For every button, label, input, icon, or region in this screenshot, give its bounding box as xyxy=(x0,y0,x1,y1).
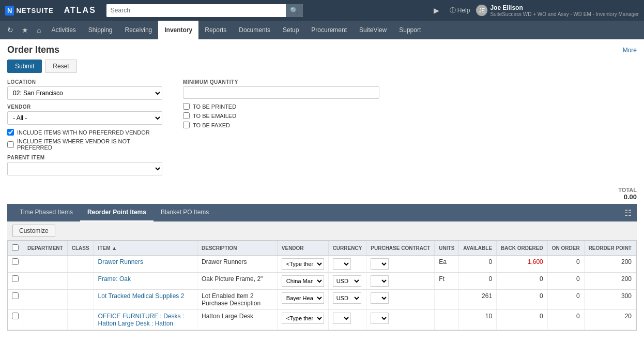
row-units xyxy=(435,310,459,330)
form-section: LOCATION 02: San Francisco VENDOR - All … xyxy=(7,79,637,180)
tabs-left: Time Phased Items Reorder Point Items Bl… xyxy=(12,204,216,221)
row-contract-select[interactable] xyxy=(371,275,389,287)
row-purchase-contract xyxy=(366,256,435,273)
row-available: 0 xyxy=(459,256,497,273)
row-checkbox[interactable] xyxy=(12,313,19,319)
item-link[interactable]: Lot Tracked Medical Supplies 2 xyxy=(98,292,185,300)
row-checkbox[interactable] xyxy=(12,258,19,265)
ns-logo-text: NETSUITE xyxy=(16,7,53,14)
row-purchase-contract xyxy=(366,273,435,290)
user-menu[interactable]: JE Joe Ellison SuiteSuccess WD + WO and … xyxy=(476,4,639,17)
row-checkbox-cell xyxy=(8,256,23,273)
tab-reorder-point[interactable]: Reorder Point Items xyxy=(80,204,154,221)
submit-button[interactable]: Submit xyxy=(7,60,42,73)
row-currency xyxy=(328,256,366,273)
vendor-select[interactable]: - All - xyxy=(7,111,162,125)
parent-item-select[interactable] xyxy=(7,162,162,175)
select-all-checkbox[interactable] xyxy=(12,244,19,251)
nav-procurement[interactable]: Procurement xyxy=(305,21,353,39)
row-contract-select[interactable] xyxy=(371,292,389,304)
th-back-ordered: BACK ORDERED xyxy=(497,241,548,256)
to-be-faxed-row: TO BE FAXED xyxy=(183,122,637,128)
row-currency: USD xyxy=(328,290,366,310)
row-currency-select[interactable]: USD xyxy=(333,275,361,287)
nav-inventory[interactable]: Inventory xyxy=(158,21,198,39)
search-button[interactable]: 🔍 xyxy=(286,4,303,17)
to-be-printed-label: TO BE PRINTED xyxy=(193,103,236,110)
table-row: Lot Tracked Medical Supplies 2 Lot Enabl… xyxy=(8,290,636,310)
table-grid-icon[interactable]: ☷ xyxy=(624,208,632,218)
th-description: DESCRIPTION xyxy=(197,241,278,256)
row-currency xyxy=(328,310,366,330)
row-currency-select[interactable] xyxy=(333,313,351,324)
nav-setup[interactable]: Setup xyxy=(277,21,305,39)
row-contract-select[interactable] xyxy=(371,258,389,270)
more-link[interactable]: More xyxy=(623,47,637,54)
th-on-order: ON ORDER xyxy=(547,241,584,256)
help-circle-icon: ⓘ xyxy=(450,6,456,15)
tab-time-phased[interactable]: Time Phased Items xyxy=(12,204,80,221)
row-units: Ft xyxy=(435,273,459,290)
row-checkbox[interactable] xyxy=(12,292,19,299)
to-be-emailed-checkbox[interactable] xyxy=(183,112,190,119)
page-header: Order Items More xyxy=(7,45,637,60)
user-name: Joe Ellison xyxy=(490,4,639,11)
row-purchase-contract xyxy=(366,290,435,310)
search-input[interactable] xyxy=(106,4,286,17)
to-be-faxed-label: TO BE FAXED xyxy=(193,122,230,128)
item-link[interactable]: OFFICE FURNITURE : Desks : Hatton Large … xyxy=(98,313,185,327)
user-details: Joe Ellison SuiteSuccess WD + WO and Ass… xyxy=(490,4,639,17)
recent-icon[interactable]: ▶ xyxy=(430,1,443,20)
row-vendor-select[interactable]: <Type then tab> xyxy=(282,258,324,270)
include-no-preferred-label: INCLUDE ITEMS WITH NO PREFERRED VENDOR xyxy=(17,129,150,136)
include-not-preferred-checkbox[interactable] xyxy=(7,141,14,148)
top-bar: N NETSUITE ATLAS 🔍 ▶ ⓘ Help JE Joe Ellis… xyxy=(0,0,644,21)
row-reorder-point: 200 xyxy=(584,273,636,290)
nav-support[interactable]: Support xyxy=(393,21,427,39)
nav-documents[interactable]: Documents xyxy=(233,21,277,39)
row-description: Hatton Large Desk xyxy=(197,310,278,330)
nav-home-icon[interactable]: ⌂ xyxy=(33,21,45,39)
nav-suiteview[interactable]: SuiteView xyxy=(353,21,393,39)
row-reorder-point: 20 xyxy=(584,310,636,330)
home-icon[interactable]: ↻ xyxy=(3,21,18,39)
row-vendor: <Type then tab> xyxy=(277,256,328,273)
min-qty-input[interactable] xyxy=(183,86,379,99)
nav-shipping[interactable]: Shipping xyxy=(82,21,119,39)
row-currency: USD xyxy=(328,273,366,290)
row-checkbox[interactable] xyxy=(12,275,19,282)
customize-button[interactable]: Customize xyxy=(12,225,55,237)
item-link[interactable]: Drawer Runners xyxy=(98,258,143,265)
row-contract-select[interactable] xyxy=(371,313,389,324)
help-button[interactable]: ⓘ Help xyxy=(450,6,470,15)
netsuite-logo: N NETSUITE xyxy=(5,6,54,16)
search-bar: 🔍 xyxy=(106,4,303,17)
favorites-icon[interactable]: ★ xyxy=(18,21,33,39)
row-vendor-select[interactable]: <Type then tab> xyxy=(282,313,324,324)
th-checkbox xyxy=(8,241,23,256)
location-select[interactable]: 02: San Francisco xyxy=(7,86,162,100)
th-currency: CURRENCY xyxy=(328,241,366,256)
table-toolbar: Customize xyxy=(7,221,637,241)
row-class xyxy=(67,290,94,310)
row-department xyxy=(23,290,68,310)
row-vendor-select[interactable]: China Manufacturer xyxy=(282,275,324,287)
row-reorder-point: 200 xyxy=(584,256,636,273)
to-be-printed-checkbox[interactable] xyxy=(183,103,190,110)
nav-receiving[interactable]: Receiving xyxy=(119,21,159,39)
item-link[interactable]: Frame: Oak xyxy=(98,275,131,283)
reset-button[interactable]: Reset xyxy=(45,60,76,73)
row-description: Oak Picture Frame, 2" xyxy=(197,273,278,290)
nav-reports[interactable]: Reports xyxy=(198,21,233,39)
row-units: Ea xyxy=(435,256,459,273)
row-vendor-select[interactable]: Bayer Health Care xyxy=(282,292,324,304)
row-department xyxy=(23,310,68,330)
to-be-faxed-checkbox[interactable] xyxy=(183,122,190,128)
row-currency-select[interactable]: USD xyxy=(333,292,361,304)
nav-activities[interactable]: Activities xyxy=(45,21,82,39)
row-currency-select[interactable] xyxy=(333,258,351,270)
row-vendor: Bayer Health Care xyxy=(277,290,328,310)
row-on-order: 0 xyxy=(547,310,584,330)
include-no-preferred-checkbox[interactable] xyxy=(7,129,14,136)
tab-blanket-po[interactable]: Blanket PO Items xyxy=(154,204,216,221)
